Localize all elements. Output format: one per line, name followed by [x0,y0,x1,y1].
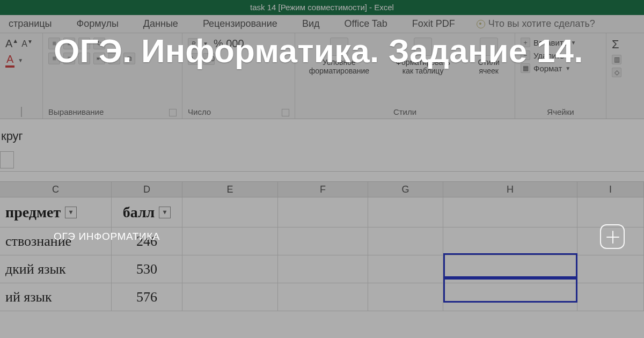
tell-me-search[interactable]: Что вы хотите сделать? [477,18,595,30]
number-group-label: Число [188,107,211,116]
tab-data[interactable]: Данные [140,16,181,32]
ribbon-group-font: A▲ A▼ A ▼ [0,33,43,119]
dropdown-icon[interactable]: ▼ [18,57,23,63]
header-cell-subject[interactable]: предмет ▾ [0,197,112,227]
lightbulb-icon [477,20,485,28]
cell-empty[interactable] [443,227,577,255]
cell-empty[interactable] [577,283,644,311]
cell-empty[interactable] [368,197,443,227]
cell-subject[interactable]: ий язык [0,283,112,311]
header-cell-score[interactable]: балл ▾ [112,197,182,227]
selection-outline [443,253,577,278]
formula-bar-input[interactable] [0,127,644,146]
cell-subject[interactable]: дкий язык [0,255,112,283]
col-header-h[interactable]: H [443,182,577,197]
cell-empty[interactable] [368,283,443,311]
font-color-icon[interactable]: A [5,53,14,68]
dialog-launcher-icon[interactable] [169,109,177,116]
tab-view[interactable]: Вид [299,16,323,32]
shrink-font-icon[interactable]: A▼ [21,39,33,49]
cell-score[interactable]: 530 [112,255,182,283]
cells-group-label: Ячейки [547,107,574,116]
ribbon-tabs: страницы Формулы Данные Рецензирование В… [0,15,644,33]
col-header-i[interactable]: I [577,182,644,197]
col-header-d[interactable]: D [112,182,182,197]
overlay-subtitle: ОГЭ ИНФОРМАТИКА [54,231,160,243]
cell-empty[interactable] [368,227,443,255]
cell-empty[interactable] [182,255,278,283]
tab-formulas[interactable]: Формулы [74,16,122,32]
cell-empty[interactable] [278,227,368,255]
column-headers: C D E F G H I [0,181,644,197]
col-header-c[interactable]: C [0,182,112,197]
cell-empty[interactable] [577,197,644,227]
styles-group-label: Стили [393,107,416,116]
table-header-row: предмет ▾ балл ▾ [0,197,644,227]
window-title-bar: task 14 [Режим совместимости] - Excel [0,0,644,15]
cell-empty[interactable] [278,197,368,227]
overlay-title: ОГЭ. Информатика. Задание 14. [54,31,623,70]
filter-toggle-icon[interactable]: ▾ [159,207,171,218]
filter-toggle-icon[interactable]: ▾ [65,207,77,218]
dialog-launcher-icon[interactable] [282,109,289,116]
cell-score[interactable]: 576 [112,283,182,311]
selection-outline [443,278,577,303]
cell-empty[interactable] [182,197,278,227]
header-subject-label: предмет [5,204,61,221]
tab-review[interactable]: Рецензирование [200,16,281,32]
spreadsheet-grid[interactable]: предмет ▾ балл ▾ ствознание 246 дкий язы… [0,197,644,338]
header-score-label: балл [123,204,155,221]
cell-empty[interactable] [182,283,278,311]
cell-empty[interactable] [443,197,577,227]
name-box[interactable] [0,151,14,168]
tab-office-tab[interactable]: Office Tab [341,16,390,32]
tab-foxit-pdf[interactable]: Foxit PDF [409,16,458,32]
formula-bar-area [0,119,644,172]
cell-empty[interactable] [577,255,644,283]
cell-empty[interactable] [278,255,368,283]
grow-font-icon[interactable]: A▲ [5,38,18,50]
col-header-f[interactable]: F [278,182,368,197]
tab-page-layout[interactable]: страницы [5,16,55,32]
col-header-g[interactable]: G [368,182,443,197]
window-title: task 14 [Режим совместимости] - Excel [250,3,394,12]
dialog-launcher-icon[interactable] [21,107,22,117]
col-header-e[interactable]: E [182,182,278,197]
zen-sparkle-icon[interactable] [600,224,625,249]
tell-me-label: Что вы хотите сделать? [488,18,595,30]
cell-empty[interactable] [182,227,278,255]
cell-empty[interactable] [278,283,368,311]
alignment-group-label: Выравнивание [48,107,104,116]
cell-empty[interactable] [368,255,443,283]
